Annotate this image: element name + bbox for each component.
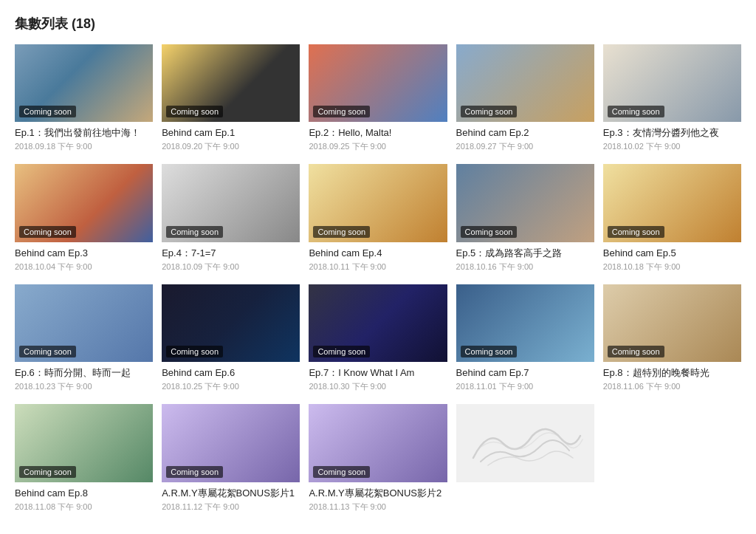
coming-soon-badge: Coming soon <box>608 106 664 117</box>
item-date: 2018.10.16 下午 9:00 <box>456 261 594 273</box>
item-title: Ep.1：我們出發前往地中海！ <box>15 126 153 140</box>
item-title: Behind cam Ep.3 <box>15 247 153 260</box>
item-date: 2018.09.18 下午 9:00 <box>15 141 153 152</box>
coming-soon-badge: Coming soon <box>608 226 664 238</box>
page-title: 集數列表 (18) <box>15 15 741 32</box>
item-date: 2018.10.09 下午 9:00 <box>162 261 300 273</box>
item-date: 2018.10.25 下午 9:00 <box>162 381 300 392</box>
item-date: 2018.10.18 下午 9:00 <box>603 261 741 273</box>
thumbnail <box>456 404 594 482</box>
item-title: Ep.3：友情灣分醬列他之夜 <box>603 126 741 140</box>
list-item[interactable]: Coming soon Ep.5：成為路客高手之路 2018.10.16 下午 … <box>456 164 594 272</box>
item-title: A.R.M.Y專屬花絮BONUS影片2 <box>309 487 447 500</box>
list-item[interactable]: Coming soon Ep.7：I Know What I Am 2018.1… <box>309 284 447 392</box>
item-title: Ep.8：超特別的晚餐時光 <box>603 366 741 380</box>
item-title: Behind cam Ep.5 <box>603 247 741 260</box>
list-item[interactable] <box>456 404 594 512</box>
list-item[interactable]: Coming soon A.R.M.Y專屬花絮BONUS影片2 2018.11.… <box>309 404 447 512</box>
list-item[interactable]: Coming soon Behind cam Ep.6 2018.10.25 下… <box>162 284 300 392</box>
item-title: Ep.4：7-1=7 <box>162 247 300 260</box>
coming-soon-badge: Coming soon <box>313 106 370 117</box>
thumbnail: Coming soon <box>162 44 300 122</box>
thumbnail: Coming soon <box>15 404 153 482</box>
thumbnail: Coming soon <box>162 284 300 362</box>
list-item[interactable]: Coming soon Behind cam Ep.7 2018.11.01 下… <box>456 284 594 392</box>
list-item[interactable]: Coming soon Ep.2：Hello, Malta! 2018.09.2… <box>309 44 447 152</box>
list-item[interactable]: Coming soon Ep.8：超特別的晚餐時光 2018.11.06 下午 … <box>603 284 741 392</box>
list-item[interactable]: Coming soon Ep.6：時而分開、時而一起 2018.10.23 下午… <box>15 284 153 392</box>
thumbnail: Coming soon <box>456 44 594 122</box>
item-date: 2018.10.04 下午 9:00 <box>15 261 153 273</box>
coming-soon-badge: Coming soon <box>461 106 518 117</box>
thumbnail: Coming soon <box>162 404 300 482</box>
list-item[interactable]: Coming soon Behind cam Ep.3 2018.10.04 下… <box>15 164 153 272</box>
item-date: 2018.11.01 下午 9:00 <box>456 381 594 392</box>
thumbnail: Coming soon <box>15 164 153 242</box>
item-title: Behind cam Ep.6 <box>162 366 300 380</box>
item-date: 2018.11.12 下午 9:00 <box>162 502 300 513</box>
thumbnail: Coming soon <box>603 284 741 362</box>
item-title: Behind cam Ep.7 <box>456 366 594 380</box>
thumbnail: Coming soon <box>456 164 594 242</box>
list-item[interactable]: Coming soon Behind cam Ep.2 2018.09.27 下… <box>456 44 594 152</box>
thumbnail: Coming soon <box>456 284 594 362</box>
coming-soon-badge: Coming soon <box>461 226 518 238</box>
coming-soon-badge: Coming soon <box>313 226 370 238</box>
item-title: Ep.7：I Know What I Am <box>309 366 447 380</box>
list-item[interactable]: Coming soon Ep.4：7-1=7 2018.10.09 下午 9:0… <box>162 164 300 272</box>
item-date: 2018.10.23 下午 9:00 <box>15 381 153 392</box>
thumbnail: Coming soon <box>309 164 447 242</box>
item-title: Ep.2：Hello, Malta! <box>309 126 447 140</box>
thumbnail: Coming soon <box>603 164 741 242</box>
coming-soon-badge: Coming soon <box>608 346 664 357</box>
coming-soon-badge: Coming soon <box>19 106 76 117</box>
item-title: Behind cam Ep.1 <box>162 126 300 140</box>
list-item[interactable]: Coming soon Ep.1：我們出發前往地中海！ 2018.09.18 下… <box>15 44 153 152</box>
item-title: Behind cam Ep.2 <box>456 126 594 140</box>
coming-soon-badge: Coming soon <box>19 346 76 357</box>
item-date: 2018.11.06 下午 9:00 <box>603 381 741 392</box>
list-item[interactable]: Coming soon Behind cam Ep.5 2018.10.18 下… <box>603 164 741 272</box>
coming-soon-badge: Coming soon <box>166 346 223 357</box>
coming-soon-badge: Coming soon <box>313 346 370 357</box>
item-date: 2018.09.20 下午 9:00 <box>162 141 300 152</box>
item-date: 2018.11.08 下午 9:00 <box>15 502 153 513</box>
item-title: Ep.6：時而分開、時而一起 <box>15 366 153 380</box>
item-date: 2018.10.02 下午 9:00 <box>603 141 741 152</box>
coming-soon-badge: Coming soon <box>313 466 370 478</box>
list-item[interactable]: Coming soon Behind cam Ep.1 2018.09.20 下… <box>162 44 300 152</box>
thumbnail: Coming soon <box>15 44 153 122</box>
episode-grid: Coming soon Ep.1：我們出發前往地中海！ 2018.09.18 下… <box>15 44 741 513</box>
thumbnail: Coming soon <box>603 44 741 122</box>
item-date: 2018.11.13 下午 9:00 <box>309 502 447 513</box>
item-title: Behind cam Ep.4 <box>309 247 447 260</box>
item-date: 2018.09.27 下午 9:00 <box>456 141 594 152</box>
coming-soon-badge: Coming soon <box>461 346 518 357</box>
list-item[interactable]: Coming soon Ep.3：友情灣分醬列他之夜 2018.10.02 下午… <box>603 44 741 152</box>
list-item[interactable]: Coming soon A.R.M.Y專屬花絮BONUS影片1 2018.11.… <box>162 404 300 512</box>
item-title: A.R.M.Y專屬花絮BONUS影片1 <box>162 487 300 500</box>
thumbnail: Coming soon <box>309 284 447 362</box>
item-date: 2018.10.11 下午 9:00 <box>309 261 447 273</box>
item-date: 2018.10.30 下午 9:00 <box>309 381 447 392</box>
item-date: 2018.09.25 下午 9:00 <box>309 141 447 152</box>
thumbnail: Coming soon <box>15 284 153 362</box>
coming-soon-badge: Coming soon <box>166 106 223 117</box>
thumbnail: Coming soon <box>309 44 447 122</box>
item-title: Behind cam Ep.8 <box>15 487 153 500</box>
thumbnail: Coming soon <box>162 164 300 242</box>
coming-soon-badge: Coming soon <box>19 226 76 238</box>
coming-soon-badge: Coming soon <box>19 466 76 478</box>
list-item[interactable]: Coming soon Behind cam Ep.4 2018.10.11 下… <box>309 164 447 272</box>
thumbnail: Coming soon <box>309 404 447 482</box>
coming-soon-badge: Coming soon <box>166 466 223 478</box>
coming-soon-badge: Coming soon <box>166 226 223 238</box>
list-item[interactable]: Coming soon Behind cam Ep.8 2018.11.08 下… <box>15 404 153 512</box>
item-title: Ep.5：成為路客高手之路 <box>456 247 594 260</box>
